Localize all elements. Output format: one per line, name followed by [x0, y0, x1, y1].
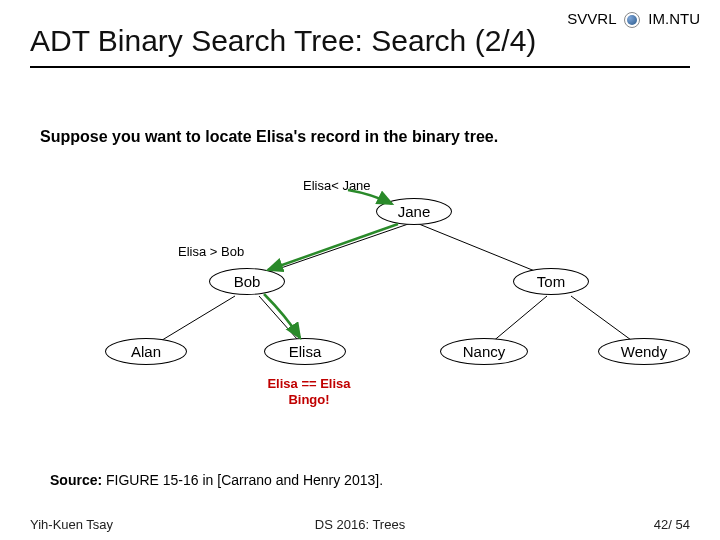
node-root-label: Jane	[398, 203, 431, 220]
node-root: Jane	[376, 198, 452, 225]
header-left: SVVRL	[567, 10, 616, 27]
annotation-left-compare: Elisa > Bob	[178, 244, 244, 259]
header-affiliation: SVVRL IM.NTU	[567, 10, 700, 28]
footer-page-total: 54	[676, 517, 690, 532]
footer-page-sep: /	[668, 517, 672, 532]
annotation-root-compare: Elisa< Jane	[303, 178, 371, 193]
globe-icon	[624, 12, 640, 28]
annotation-found: Elisa == Elisa Bingo!	[254, 376, 364, 407]
svg-line-0	[252, 222, 414, 278]
intro-text: Suppose you want to locate Elisa's recor…	[40, 128, 498, 146]
node-rr-label: Wendy	[621, 343, 667, 360]
node-ll-label: Alan	[131, 343, 161, 360]
node-rl-label: Nancy	[463, 343, 506, 360]
source-label: Source:	[50, 472, 102, 488]
footer-page-current: 42	[654, 517, 668, 532]
header-right: IM.NTU	[648, 10, 700, 27]
source-citation: Source: FIGURE 15-16 in [Carrano and Hen…	[50, 472, 383, 488]
node-right-label: Tom	[537, 273, 565, 290]
bst-diagram: Jane Bob Tom Alan Elisa Nancy Wendy Elis…	[0, 170, 720, 430]
page-title: ADT Binary Search Tree: Search (2/4)	[30, 24, 536, 58]
title-underline	[30, 66, 690, 68]
node-lr: Elisa	[264, 338, 346, 365]
node-left: Bob	[209, 268, 285, 295]
node-left-label: Bob	[234, 273, 261, 290]
node-rl: Nancy	[440, 338, 528, 365]
footer-author: Yih-Kuen Tsay	[30, 517, 113, 532]
node-right: Tom	[513, 268, 589, 295]
node-lr-label: Elisa	[289, 343, 322, 360]
node-rr: Wendy	[598, 338, 690, 365]
footer-course: DS 2016: Trees	[315, 517, 405, 532]
source-text: FIGURE 15-16 in [Carrano and Henry 2013]…	[106, 472, 383, 488]
footer-page: 42/ 54	[654, 517, 690, 532]
node-ll: Alan	[105, 338, 187, 365]
